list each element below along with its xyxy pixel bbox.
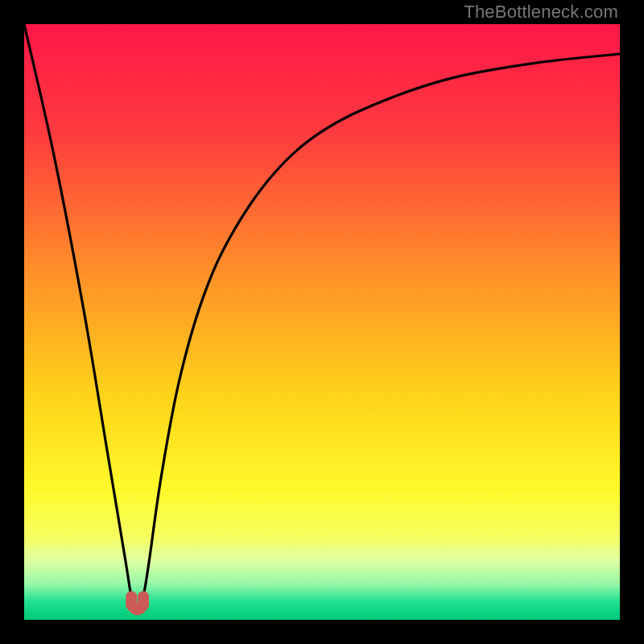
plot-area	[24, 24, 620, 620]
optimum-dip-marker	[131, 597, 143, 609]
chart-frame: TheBottleneck.com	[0, 0, 644, 644]
curve-layer	[24, 24, 620, 620]
bottleneck-curve	[24, 24, 620, 608]
watermark-text: TheBottleneck.com	[464, 2, 618, 23]
